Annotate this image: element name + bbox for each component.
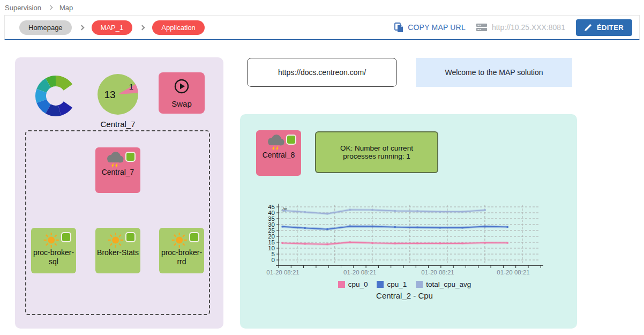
breadcrumb-map-1[interactable]: MAP_1 (92, 20, 133, 35)
legend-label: total_cpu_avg (426, 280, 471, 288)
legend-item: cpu_0 (338, 280, 368, 288)
cpu-chart-canvas: 05101520253035404501-20 08:2101-20 08:21… (260, 202, 549, 278)
node-broker-stats[interactable]: Broker-Stats (95, 228, 140, 273)
chart-legend: cpu_0cpu_1total_cpu_avg (260, 280, 549, 288)
legend-label: cpu_1 (387, 280, 407, 288)
pie-problem-count: 1 (129, 82, 133, 91)
pie-chart: 13 1 (96, 72, 140, 116)
svg-text:30: 30 (268, 221, 275, 228)
node-swap-label: Swap (171, 99, 192, 108)
centreon-logo (33, 75, 78, 117)
chart-title: Central_2 - Cpu (260, 291, 549, 300)
server-icon (476, 23, 488, 32)
svg-text:01-20 08:21: 01-20 08:21 (266, 269, 299, 276)
copy-map-url-label: COPY MAP URL (408, 23, 466, 32)
svg-text:20: 20 (268, 233, 275, 240)
svg-text:25: 25 (268, 227, 275, 234)
svg-text:15: 15 (268, 239, 275, 245)
welcome-box: Welcome to the MAP solution (416, 58, 572, 87)
pie-widget-label: Central_7 (85, 120, 151, 129)
svg-text:10: 10 (268, 245, 275, 251)
chevron-right-icon (48, 5, 53, 10)
svg-text:35: 35 (268, 215, 275, 222)
chevron-right-icon (79, 25, 84, 30)
pencil-icon (585, 24, 592, 31)
status-badge (61, 232, 71, 242)
node-label: proc-broker-rrd (159, 248, 204, 266)
sun-icon (106, 231, 125, 249)
docs-url-box[interactable]: https://docs.centreon.com/ (247, 58, 397, 87)
node-icon-row (95, 228, 140, 248)
edit-button-label: ÉDITER (597, 24, 624, 32)
play-icon (173, 78, 190, 95)
svg-text:01-20 08:21: 01-20 08:21 (497, 269, 529, 276)
svg-text:01-20 08:21: 01-20 08:21 (421, 269, 454, 276)
top-breadcrumb-supervision[interactable]: Supervision (5, 4, 41, 12)
edit-button[interactable]: ÉDITER (576, 19, 632, 36)
status-output-box: OK: Number of current processes running:… (315, 131, 438, 173)
legend-swatch (416, 281, 423, 288)
status-badge (286, 135, 296, 145)
legend-item: total_cpu_avg (416, 280, 471, 288)
breadcrumb-application[interactable]: Application (152, 20, 205, 35)
node-icon-row (256, 130, 301, 151)
storm-cloud-icon (265, 133, 287, 153)
status-badge (125, 152, 136, 162)
svg-text:5: 5 (272, 251, 275, 257)
legend-swatch (377, 281, 384, 288)
node-proc-broker-sql[interactable]: proc-broker-sql (31, 228, 76, 273)
server-url-text: http://10.25.XXX:8081 (492, 23, 565, 32)
svg-text:01-20 08:21: 01-20 08:21 (343, 269, 376, 276)
legend-label: cpu_0 (348, 280, 368, 288)
top-breadcrumb-map[interactable]: Map (59, 4, 73, 12)
copy-icon (394, 23, 403, 33)
cpu-chart-widget[interactable]: 05101520253035404501-20 08:2101-20 08:21… (260, 202, 549, 300)
node-proc-broker-rrd[interactable]: proc-broker-rrd (159, 228, 204, 273)
svg-text:40: 40 (268, 210, 275, 216)
sun-icon (170, 231, 189, 249)
breadcrumb-homepage[interactable]: Homepage (19, 20, 72, 35)
map-toolbar: Homepage MAP_1 Application COPY MAP URL … (4, 15, 640, 40)
top-breadcrumb: Supervision Map (0, 0, 644, 15)
map-breadcrumb: Homepage MAP_1 Application (19, 20, 205, 35)
server-url: http://10.25.XXX:8081 (476, 23, 565, 32)
node-icon-row (159, 228, 204, 248)
pie-widget-central-7[interactable]: 13 1 Central_7 (85, 72, 151, 129)
storm-cloud-icon (104, 151, 126, 170)
node-label: Broker-Stats (95, 248, 140, 257)
node-swap[interactable]: Swap (159, 72, 205, 114)
copy-map-url-button[interactable]: COPY MAP URL (394, 23, 466, 33)
svg-text:0: 0 (272, 257, 275, 263)
map-panel-right: Central_8 OK: Number of current processe… (240, 114, 577, 329)
status-badge (125, 232, 136, 242)
node-icon-row (95, 147, 140, 168)
legend-item: cpu_1 (377, 280, 407, 288)
legend-swatch (338, 281, 345, 288)
node-label: proc-broker-sql (31, 248, 76, 266)
pie-ok-count: 13 (104, 89, 115, 100)
svg-text:45: 45 (268, 204, 275, 210)
chevron-right-icon (140, 25, 145, 30)
sun-icon (42, 231, 61, 249)
node-central-7[interactable]: Central_7 (95, 147, 140, 193)
node-central-8[interactable]: Central_8 (256, 130, 301, 176)
status-badge (189, 232, 199, 242)
node-icon-row (31, 228, 76, 248)
toolbar-right: COPY MAP URL http://10.25.XXX:8081 ÉDITE… (394, 19, 632, 36)
map-panel-left: 13 1 Central_7 Swap Central_7 (15, 57, 223, 329)
